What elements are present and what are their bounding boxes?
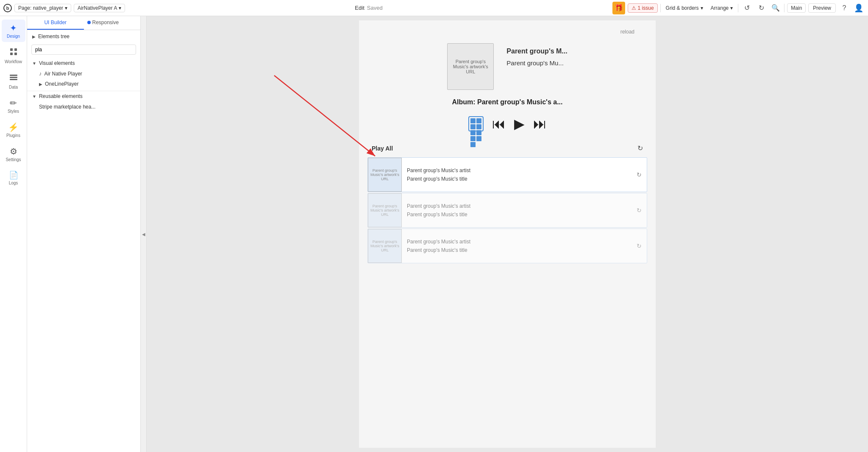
reusable-elements-header[interactable]: ▼ Reusable elements xyxy=(27,91,140,101)
divider xyxy=(660,4,661,12)
svg-rect-0 xyxy=(10,48,13,51)
visual-elements-header[interactable]: ▼ Visual elements xyxy=(27,58,140,68)
grid-cell-6 xyxy=(476,130,481,135)
plugins-label: Plugins xyxy=(6,133,20,138)
play-all-label: Play All xyxy=(372,145,393,152)
help-button[interactable]: ? xyxy=(838,2,850,14)
sidebar-item-plugins[interactable]: ⚡ Plugins xyxy=(2,119,25,141)
music-icon: ♪ xyxy=(39,70,42,77)
design-icon: ✦ xyxy=(10,23,17,33)
track-info-2: Parent group's Music's artist Parent gro… xyxy=(402,193,632,227)
warning-icon: ⚠ xyxy=(632,5,636,11)
track-item-2[interactable]: Parent group's Music's artwork's URL Par… xyxy=(367,193,647,228)
track-refresh-2[interactable]: ↻ xyxy=(632,193,647,227)
track-item-3[interactable]: Parent group's Music's artwork's URL Par… xyxy=(367,229,647,263)
settings-label: Settings xyxy=(6,157,21,162)
issue-count: 1 issue xyxy=(638,5,654,11)
design-label: Design xyxy=(7,34,20,39)
reusable-elements-label: Reusable elements xyxy=(39,93,83,99)
sidebar-item-data[interactable]: Data xyxy=(2,69,25,93)
stripe-item[interactable]: Stripe marketplace hea... xyxy=(27,101,140,112)
sidebar-item-logs[interactable]: 📄 Logs xyxy=(2,167,25,189)
logs-label: Logs xyxy=(9,181,18,185)
logs-icon: 📄 xyxy=(9,170,18,180)
track-artwork-text-1: Parent group's Music's artwork's URL xyxy=(368,167,401,183)
edit-saved-area: Edit Saved xyxy=(128,5,609,11)
track-refresh-1[interactable]: ↻ xyxy=(632,158,647,192)
grid-icon-button[interactable] xyxy=(468,116,484,131)
info-texts: Parent group's M... Parent group's Mu... xyxy=(506,43,567,67)
undo-button[interactable]: ↺ xyxy=(741,2,753,14)
air-native-player-item[interactable]: ♪ Air Native Player xyxy=(27,68,140,79)
edit-button[interactable]: Edit xyxy=(355,5,364,11)
svg-rect-5 xyxy=(10,77,17,78)
artwork-text: Parent group's Music's artwork's URL xyxy=(448,56,493,77)
skip-forward-button[interactable]: ⏭ xyxy=(533,117,547,131)
visual-section-arrow: ▼ xyxy=(32,61,36,66)
track-title-2: Parent group's Music's title xyxy=(407,212,626,218)
main-layout: ✦ Design Workflow Data ✏ Styles ⚡ Plugin… xyxy=(0,16,868,452)
arrange-label: Arrange xyxy=(711,5,729,11)
search-button[interactable]: 🔍 xyxy=(770,2,782,14)
collapse-handle[interactable]: ◀ xyxy=(141,16,147,452)
preview-button[interactable]: Preview xyxy=(808,3,836,13)
panel-tabs: UI Builder Responsive xyxy=(27,16,140,30)
reusable-arrow: ▼ xyxy=(32,94,36,99)
page-dropdown-icon[interactable]: ▾ xyxy=(65,5,67,11)
elements-tree-header[interactable]: ▶ Elements tree xyxy=(27,30,140,43)
tab-responsive[interactable]: Responsive xyxy=(84,16,141,30)
grid-borders-button[interactable]: Grid & borders ▾ xyxy=(663,4,706,12)
grid-borders-label: Grid & borders xyxy=(666,5,699,11)
svg-rect-1 xyxy=(14,48,17,51)
track-artwork-1: Parent group's Music's artwork's URL xyxy=(368,158,402,192)
issue-button[interactable]: ⚠ 1 issue xyxy=(628,3,658,13)
version-dropdown-icon: ▾ xyxy=(119,5,121,11)
grid-cell-2 xyxy=(476,118,481,123)
track-title-3: Parent group's Music's title xyxy=(407,247,626,253)
one-line-arrow: ▶ xyxy=(39,82,42,86)
controls-row: ⏮ ▶ ⏭ xyxy=(468,116,547,131)
styles-label: Styles xyxy=(8,109,19,114)
responsive-dot xyxy=(87,21,91,24)
version-selector[interactable]: AirNativePlayer A ▾ xyxy=(74,4,125,12)
logo-icon: b xyxy=(3,4,12,12)
user-avatar[interactable]: 👤 xyxy=(853,2,865,14)
search-input[interactable] xyxy=(31,45,136,55)
version-label: AirNativePlayer A xyxy=(78,5,117,11)
title-secondary: Parent group's Mu... xyxy=(506,59,567,67)
refresh-all-icon[interactable]: ↻ xyxy=(637,144,643,152)
sidebar-item-workflow[interactable]: Workflow xyxy=(2,44,25,67)
gift-icon[interactable]: 🎁 xyxy=(612,2,625,14)
track-artist-2: Parent group's Music's artist xyxy=(407,203,626,209)
visual-elements-section: ▼ Visual elements ♪ Air Native Player ▶ … xyxy=(27,56,140,91)
svg-rect-3 xyxy=(14,53,17,55)
play-button[interactable]: ▶ xyxy=(514,117,525,131)
main-button[interactable]: Main xyxy=(787,3,806,13)
left-panel: UI Builder Responsive ▶ Elements tree ▼ … xyxy=(27,16,141,452)
track-list: Parent group's Music's artwork's URL Par… xyxy=(367,157,647,263)
page-label: Page: native_player xyxy=(18,5,63,11)
sidebar-item-styles[interactable]: ✏ Styles xyxy=(2,95,25,117)
canvas-inner: reload Parent group's Music's artwork's … xyxy=(359,20,656,448)
redo-button[interactable]: ↻ xyxy=(755,2,767,14)
sidebar-item-design[interactable]: ✦ Design xyxy=(2,20,25,42)
arrange-button[interactable]: Arrange ▾ xyxy=(708,4,736,12)
svg-rect-2 xyxy=(10,53,13,55)
track-refresh-3[interactable]: ↻ xyxy=(632,229,647,263)
track-artwork-text-3: Parent group's Music's artwork's URL xyxy=(368,238,401,254)
one-line-player-item[interactable]: ▶ OneLinePlayer xyxy=(27,79,140,89)
track-artist-1: Parent group's Music's artist xyxy=(407,167,626,173)
title-primary: Parent group's M... xyxy=(506,47,567,55)
track-item-1[interactable]: Parent group's Music's artwork's URL Par… xyxy=(367,157,647,192)
grid-cell-8 xyxy=(476,136,481,141)
tab-ui-builder[interactable]: UI Builder xyxy=(27,16,84,30)
grid-cell-3 xyxy=(470,124,476,129)
data-icon xyxy=(9,73,18,84)
grid-cell-5 xyxy=(470,130,476,135)
workflow-label: Workflow xyxy=(5,59,22,64)
sidebar-item-settings[interactable]: ⚙ Settings xyxy=(2,143,25,165)
skip-back-button[interactable]: ⏮ xyxy=(492,117,506,131)
reload-label: reload xyxy=(620,29,634,35)
page-selector[interactable]: Page: native_player ▾ xyxy=(14,4,71,12)
stripe-label: Stripe marketplace hea... xyxy=(39,104,95,110)
